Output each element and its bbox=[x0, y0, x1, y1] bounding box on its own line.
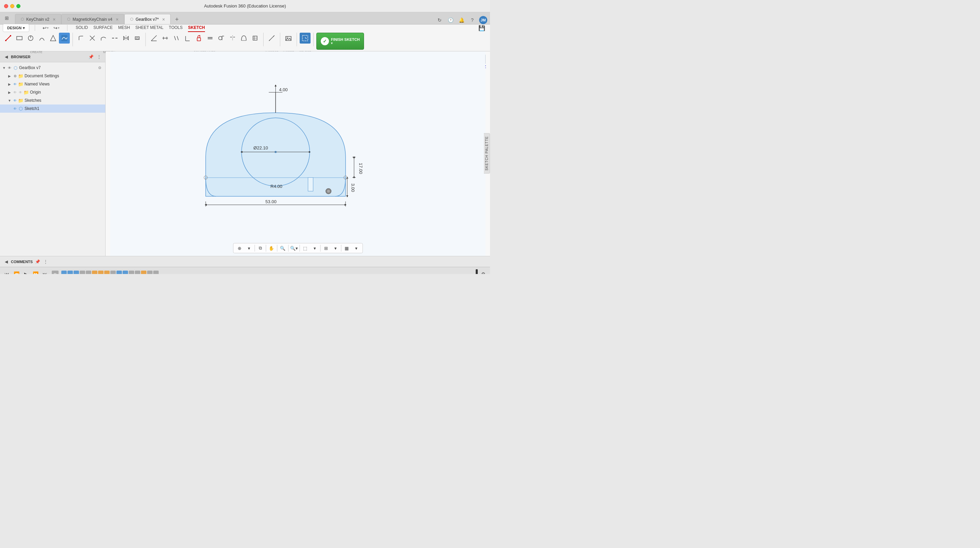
timeline-next[interactable]: ⏩ bbox=[31, 270, 40, 274]
spline-tool-icon[interactable] bbox=[59, 33, 70, 44]
sync-icon[interactable]: ↻ bbox=[436, 16, 444, 24]
finish-sketch-button[interactable]: ✓ FINISH SKETCH ▾ bbox=[317, 33, 364, 50]
comments-collapse-icon[interactable]: ◀ bbox=[3, 258, 10, 265]
parallel-icon[interactable] bbox=[171, 33, 182, 44]
viewport-display-dropdown[interactable]: ▾ bbox=[310, 244, 319, 252]
maximize-button[interactable] bbox=[16, 4, 21, 8]
tab-keychain[interactable]: ⬡ KeyChain v2 × bbox=[15, 14, 61, 24]
tree-arrow-docsettings[interactable]: ▶ bbox=[7, 73, 12, 79]
timeline-item-2[interactable] bbox=[67, 271, 73, 274]
tree-item-sketch1[interactable]: 👁 ⬡ Sketch1 bbox=[0, 105, 105, 113]
timeline-item-10[interactable] bbox=[116, 271, 122, 274]
tree-arrow-gearbox[interactable]: ▼ bbox=[2, 65, 7, 70]
viewport-snap-dropdown[interactable]: ▾ bbox=[245, 244, 253, 252]
help-icon[interactable]: ? bbox=[468, 16, 476, 24]
timeline-item-13[interactable] bbox=[135, 271, 140, 274]
comments-pin-icon[interactable]: 📌 bbox=[34, 258, 41, 265]
sketch-palette-tab[interactable]: SKETCH PALETTE bbox=[484, 133, 490, 173]
toolbar-tab-sheetmetal[interactable]: SHEET METAL bbox=[135, 24, 164, 32]
offset-tool-icon[interactable] bbox=[132, 33, 143, 44]
coincident-icon[interactable] bbox=[148, 33, 159, 44]
timeline-item-16[interactable] bbox=[153, 271, 159, 274]
toolbar-tab-solid[interactable]: SOLID bbox=[76, 24, 88, 32]
viewport-layout-icon[interactable]: ▦ bbox=[342, 244, 351, 252]
undo-button[interactable]: ↩▾ bbox=[41, 24, 51, 32]
design-dropdown[interactable]: DESIGN ▾ bbox=[3, 24, 29, 32]
tab-keychain-close[interactable]: × bbox=[53, 17, 56, 22]
new-tab-button[interactable]: + bbox=[172, 14, 181, 24]
timeline-prev[interactable]: ⏪ bbox=[12, 270, 21, 274]
tree-gear-gearbox[interactable]: ⚙ bbox=[97, 65, 102, 70]
tree-eye-origin-2[interactable]: 👁 bbox=[18, 89, 23, 95]
bell-icon[interactable]: 🔔 bbox=[457, 16, 466, 24]
close-button[interactable] bbox=[4, 4, 8, 8]
equal-icon[interactable] bbox=[205, 33, 216, 44]
viewport-zoom-dropdown[interactable]: 🔍▾ bbox=[290, 244, 298, 252]
tree-arrow-namedviews[interactable]: ▶ bbox=[7, 81, 12, 87]
timeline-item-3[interactable] bbox=[73, 271, 79, 274]
measure-icon[interactable] bbox=[266, 33, 277, 44]
viewport-display-icon[interactable]: ⬚ bbox=[301, 244, 309, 252]
tree-eye-sketches[interactable]: 👁 bbox=[12, 98, 18, 103]
perpendicular-icon[interactable] bbox=[182, 33, 193, 44]
arc-tool-icon[interactable] bbox=[37, 33, 47, 44]
timeline-item-5[interactable] bbox=[86, 271, 91, 274]
trim-tool-icon[interactable] bbox=[87, 33, 98, 44]
tree-item-docsettings[interactable]: ▶ ⚙ 📁 Document Settings bbox=[0, 72, 105, 80]
timeline-item-7[interactable] bbox=[98, 271, 103, 274]
browser-more-icon[interactable]: ⋮ bbox=[96, 54, 102, 60]
timeline-item-14[interactable] bbox=[141, 271, 146, 274]
minimize-button[interactable] bbox=[10, 4, 14, 8]
tree-eye-origin-1[interactable]: 👁 bbox=[12, 89, 18, 95]
clock-icon[interactable]: 🕐 bbox=[446, 16, 455, 24]
tree-item-namedviews[interactable]: ▶ 👁 📁 Named Views bbox=[0, 80, 105, 88]
timeline-skip-end[interactable]: ⏭ bbox=[41, 270, 49, 274]
tree-arrow-origin[interactable]: ▶ bbox=[7, 89, 12, 95]
extend-tool-icon[interactable] bbox=[98, 33, 109, 44]
curvature-icon[interactable] bbox=[239, 33, 249, 44]
viewport-copy-icon[interactable]: ⧉ bbox=[256, 244, 264, 252]
symmetry-icon[interactable] bbox=[227, 33, 238, 44]
save-icon[interactable]: 💾 bbox=[476, 22, 487, 33]
tree-eye-docsettings[interactable]: ⚙ bbox=[12, 73, 18, 79]
line-tool-icon[interactable] bbox=[3, 33, 14, 44]
viewport-grid-dropdown[interactable]: ▾ bbox=[331, 244, 339, 252]
tangent-icon[interactable] bbox=[216, 33, 227, 44]
tab-magnetic[interactable]: ⬡ MagneticKeyChain v4 × bbox=[61, 14, 124, 24]
tab-magnetic-close[interactable]: × bbox=[116, 17, 118, 22]
timeline-item-11[interactable] bbox=[123, 271, 128, 274]
viewport-pan-icon[interactable]: ✋ bbox=[267, 244, 275, 252]
timeline-item-8[interactable] bbox=[104, 271, 110, 274]
rectangle-tool-icon[interactable] bbox=[14, 33, 25, 44]
timeline-item-12[interactable] bbox=[129, 271, 134, 274]
comments-more-icon[interactable]: ⋮ bbox=[42, 258, 49, 265]
redo-button[interactable]: ↪▾ bbox=[51, 24, 62, 32]
viewport-grid-icon[interactable]: ⊞ bbox=[322, 244, 330, 252]
timeline-item-9[interactable] bbox=[110, 271, 116, 274]
tree-item-origin[interactable]: ▶ 👁 👁 📁 Origin bbox=[0, 88, 105, 96]
toolbar-tab-mesh[interactable]: MESH bbox=[118, 24, 130, 32]
viewport-zoom-icon[interactable]: 🔍 bbox=[278, 244, 287, 252]
viewport-layout-dropdown[interactable]: ▾ bbox=[352, 244, 360, 252]
timeline-item-15[interactable] bbox=[147, 271, 153, 274]
timeline-sketch-icon[interactable]: ✏ bbox=[52, 271, 59, 274]
timeline-item-6[interactable] bbox=[92, 271, 97, 274]
browser-pin-icon[interactable]: 📌 bbox=[88, 54, 94, 60]
mirror-tool-icon[interactable] bbox=[121, 33, 131, 44]
toolbar-tab-tools[interactable]: TOOLS bbox=[169, 24, 183, 32]
toolbar-tab-sketch[interactable]: SKETCH bbox=[188, 24, 205, 32]
polygon-tool-icon[interactable] bbox=[48, 33, 59, 44]
tab-gearbox-close[interactable]: × bbox=[162, 17, 165, 22]
timeline-skip-start[interactable]: ⏮ bbox=[3, 270, 11, 274]
timeline-playhead[interactable] bbox=[476, 269, 478, 274]
tab-gearbox[interactable]: ⬡ GearBox v7* × bbox=[124, 14, 170, 24]
timeline-item-1[interactable] bbox=[61, 271, 67, 274]
timeline-play[interactable]: ▶ bbox=[22, 270, 30, 274]
lock-icon[interactable] bbox=[193, 33, 204, 44]
grid-icon[interactable]: ⊞ bbox=[3, 14, 11, 22]
fix-icon[interactable] bbox=[250, 33, 261, 44]
tree-item-gearbox[interactable]: ▼ 👁 ⬡ GearBox v7 ⚙ bbox=[0, 64, 105, 72]
timeline-item-4[interactable] bbox=[80, 271, 85, 274]
timeline-settings-icon[interactable]: ⚙ bbox=[479, 270, 487, 274]
tree-item-sketches[interactable]: ▼ 👁 📁 Sketches bbox=[0, 96, 105, 105]
